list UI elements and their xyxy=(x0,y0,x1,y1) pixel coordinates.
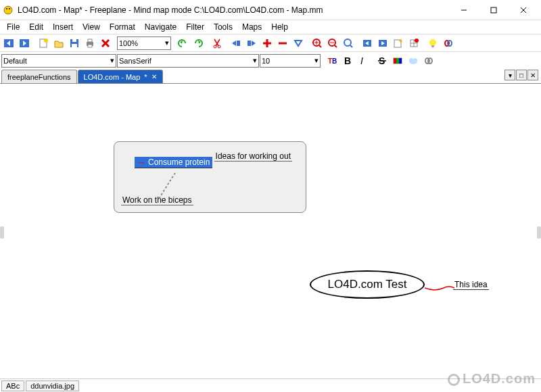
menu-filter[interactable]: Filter xyxy=(182,21,208,33)
status-filename: ddunvidia.jpg xyxy=(30,382,74,390)
status-filename-panel: ddunvidia.jpg xyxy=(26,381,79,391)
svg-point-10 xyxy=(44,39,48,43)
bold-button[interactable]: B xyxy=(340,53,355,68)
node-root-ellipse[interactable]: LO4D.com Test xyxy=(310,270,425,299)
svg-rect-15 xyxy=(88,39,92,42)
node-connector-red xyxy=(425,284,454,291)
font-color-button[interactable]: TB xyxy=(325,53,339,68)
svg-text:B: B xyxy=(344,55,351,66)
canvas-scroll-right-handle[interactable] xyxy=(537,226,541,239)
svg-point-2 xyxy=(9,8,10,9)
chevron-down-icon: ▾ xyxy=(314,56,319,65)
node-ideas-working-out[interactable]: Ideas for working out xyxy=(214,151,292,162)
node-prev-button[interactable] xyxy=(229,36,243,51)
tab-label: freeplaneFunctions xyxy=(7,73,71,81)
tab-dirty-indicator: * xyxy=(144,73,147,81)
zoom-out-button[interactable] xyxy=(325,36,340,51)
menu-format[interactable]: Format xyxy=(105,21,139,33)
style-combo[interactable]: Default ▾ xyxy=(1,54,116,68)
tab-lo4d-map[interactable]: LO4D.com - Map * ✕ xyxy=(78,70,163,83)
goto-node-button[interactable] xyxy=(375,36,390,51)
window-maximize-button[interactable] xyxy=(479,1,509,20)
idea-button[interactable] xyxy=(425,36,440,51)
font-size-value: 10 xyxy=(262,57,270,65)
toolbar-format: Default ▾ SansSerif ▾ 10 ▾ TB B I S xyxy=(0,51,541,69)
font-combo[interactable]: SansSerif ▾ xyxy=(117,54,259,68)
font-value: SansSerif xyxy=(119,57,151,65)
menu-tools[interactable]: Tools xyxy=(210,21,237,33)
undo-button[interactable] xyxy=(175,36,190,51)
node-label: Ideas for working out xyxy=(216,151,291,161)
node-consume-protein[interactable]: → Consume protein xyxy=(135,157,212,168)
window-minimize-button[interactable] xyxy=(449,1,479,20)
remove-node-button[interactable] xyxy=(275,36,290,51)
node-next-button[interactable] xyxy=(244,36,259,51)
menu-maps[interactable]: Maps xyxy=(238,21,266,33)
node-this-idea[interactable]: This idea xyxy=(453,280,489,290)
canvas-scroll-left-handle[interactable] xyxy=(0,226,4,239)
menu-insert[interactable]: Insert xyxy=(49,21,77,33)
add-node-button[interactable] xyxy=(260,36,275,51)
svg-point-1 xyxy=(6,8,7,9)
svg-point-35 xyxy=(344,39,351,46)
svg-rect-55 xyxy=(394,58,396,64)
chevron-down-icon: ▾ xyxy=(253,56,257,65)
window-close-button[interactable] xyxy=(509,1,538,20)
link-button[interactable] xyxy=(421,53,436,68)
chevron-down-icon: ▾ xyxy=(110,56,114,65)
goto-root-button[interactable] xyxy=(360,36,375,51)
tab-freeplane-functions[interactable]: freeplaneFunctions xyxy=(1,70,77,83)
find-button[interactable] xyxy=(341,36,356,51)
mindmap-canvas[interactable]: → Consume protein Ideas for working out … xyxy=(0,84,541,381)
style-value: Default xyxy=(3,57,27,65)
svg-text:I: I xyxy=(360,55,363,66)
tab-maximize-button[interactable]: □ xyxy=(516,70,527,80)
zoom-value: 100% xyxy=(119,39,138,47)
italic-button[interactable]: I xyxy=(356,53,371,68)
svg-point-21 xyxy=(214,45,216,48)
status-mode-panel[interactable]: ABc xyxy=(1,381,24,391)
encrypt-button[interactable] xyxy=(441,36,456,51)
menu-edit[interactable]: Edit xyxy=(25,21,47,33)
window-title: LO4D.com - Map* - Freeplane - Mind map m… xyxy=(18,5,449,15)
status-mode-label: ABc xyxy=(6,382,20,390)
menu-view[interactable]: View xyxy=(78,21,104,33)
menu-file[interactable]: File xyxy=(3,21,24,33)
menu-navigate[interactable]: Navigate xyxy=(141,21,181,33)
attributes-button[interactable] xyxy=(406,36,421,51)
node-group-box[interactable]: → Consume protein Ideas for working out … xyxy=(114,141,306,213)
fold-button[interactable] xyxy=(291,36,306,51)
tab-close-button[interactable]: ✕ xyxy=(151,73,157,80)
open-button[interactable] xyxy=(51,36,66,51)
svg-line-31 xyxy=(319,45,321,47)
svg-point-59 xyxy=(409,58,413,62)
node-label: LO4D.com Test xyxy=(328,278,407,291)
note-button[interactable] xyxy=(391,36,406,51)
svg-point-60 xyxy=(413,58,417,62)
menu-help[interactable]: Help xyxy=(267,21,292,33)
svg-rect-24 xyxy=(248,41,251,46)
cut-button[interactable] xyxy=(210,36,225,51)
node-connector-dotted xyxy=(151,172,179,199)
print-button[interactable] xyxy=(83,36,97,51)
svg-rect-23 xyxy=(237,41,240,46)
chevron-down-icon: ▾ xyxy=(165,39,169,47)
arrow-right-icon: → xyxy=(137,157,145,167)
background-color-button[interactable] xyxy=(390,53,405,68)
nav-back-button[interactable] xyxy=(1,36,16,51)
save-button[interactable] xyxy=(67,36,82,51)
tab-dropdown-button[interactable]: ▾ xyxy=(504,70,515,80)
nav-forward-button[interactable] xyxy=(17,36,32,51)
zoom-combo[interactable]: 100% ▾ xyxy=(117,36,171,50)
new-map-button[interactable] xyxy=(36,36,51,51)
strikethrough-button[interactable]: S xyxy=(375,53,390,68)
cloud-button[interactable] xyxy=(406,53,421,68)
zoom-in-button[interactable] xyxy=(310,36,325,51)
svg-point-44 xyxy=(429,39,436,46)
close-map-button[interactable] xyxy=(98,36,113,51)
window-titlebar: LO4D.com - Map* - Freeplane - Mind map m… xyxy=(0,0,541,20)
font-size-combo[interactable]: 10 ▾ xyxy=(260,54,321,68)
svg-rect-56 xyxy=(396,58,399,64)
tab-close-all-button[interactable]: ✕ xyxy=(527,70,538,80)
redo-button[interactable] xyxy=(191,36,206,51)
